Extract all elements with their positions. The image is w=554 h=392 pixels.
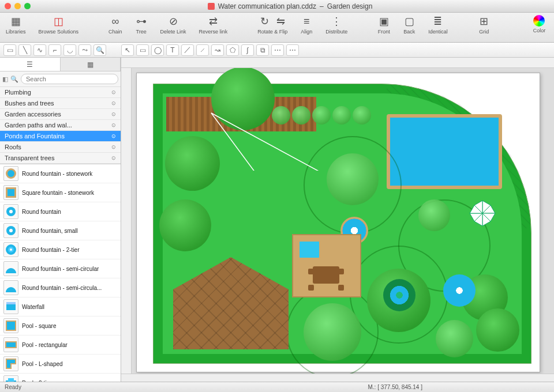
toolbar-tree[interactable]: ⊶Tree — [135, 15, 148, 35]
small-pool[interactable] — [298, 240, 321, 259]
tool-ellipse[interactable]: ◯ — [151, 44, 164, 56]
content-area: ☰ ▦ ◧ 🔍 Plumbing⊙Bushes and trees⊙Garden… — [0, 58, 554, 382]
library-item[interactable]: Square fountain - stonework — [0, 183, 121, 202]
sidebar-search: ◧ 🔍 — [0, 71, 121, 87]
grid-icon: ▦ — [9, 15, 22, 28]
tool-select[interactable]: ↖ — [121, 44, 134, 56]
canvas-scroll-h[interactable] — [121, 374, 554, 382]
item-label: Round fountain - stonework — [22, 171, 92, 177]
library-item[interactable]: Round fountain - stonework — [0, 164, 121, 183]
tree-2[interactable] — [165, 136, 220, 191]
toolbar-align[interactable]: ≡Align — [300, 15, 313, 35]
library-item[interactable]: Round fountain - 2-tier — [0, 240, 121, 259]
library-item[interactable]: Pool - square — [0, 316, 121, 336]
library-sidebar: ☰ ▦ ◧ 🔍 Plumbing⊙Bushes and trees⊙Garden… — [0, 58, 121, 382]
item-list: Round fountain - stoneworkSquare fountai… — [0, 164, 121, 382]
close-window[interactable] — [5, 3, 11, 9]
chair-3[interactable] — [308, 285, 314, 291]
tool-more2[interactable]: ⋯ — [286, 44, 299, 56]
collapse-icon[interactable]: ◧ — [2, 76, 8, 83]
tool-text[interactable]: T — [166, 44, 179, 56]
tool-spline[interactable]: ↝ — [211, 44, 224, 56]
tool-zoom[interactable]: 🔍 — [93, 44, 106, 56]
tree-3[interactable] — [159, 199, 211, 251]
umbrella[interactable] — [469, 199, 496, 227]
toolbar-identical[interactable]: ≣Identical — [428, 15, 448, 35]
swimming-pool[interactable] — [387, 114, 502, 189]
bush-5[interactable] — [353, 106, 371, 125]
sidebar-tab-2[interactable]: ▦ — [61, 58, 121, 71]
toolbar-color[interactable]: Color — [533, 15, 546, 33]
search-input[interactable] — [21, 74, 118, 84]
category-plumbing[interactable]: Plumbing⊙ — [0, 87, 121, 98]
toolbar-front[interactable]: ▣Front — [377, 15, 390, 35]
toolbar-rotate-flip[interactable]: ↻⇋Rotate & Flip — [257, 15, 287, 35]
bush-3[interactable] — [312, 106, 331, 125]
item-label: Pool - L-shaped — [22, 361, 63, 367]
library-item[interactable]: Round fountain - semi-circular — [0, 259, 121, 278]
tool-arc2[interactable]: ⟋ — [196, 44, 209, 56]
minimize-window[interactable] — [14, 3, 21, 9]
toolbar-distribute[interactable]: ⋮Distribute — [325, 15, 347, 35]
item-label: Round fountain — [22, 209, 61, 215]
tool-callout[interactable]: ⧉ — [256, 44, 269, 56]
tool-connector[interactable]: ⤳ — [78, 44, 91, 56]
rotate-icon: ↻ — [258, 15, 271, 28]
toolbar-grid[interactable]: ⊞Grid — [478, 15, 491, 35]
tool-angle[interactable]: ⌐ — [48, 44, 61, 56]
tool-line[interactable]: ╲ — [18, 44, 31, 56]
toolbar-chain[interactable]: ∞Chain — [108, 15, 122, 35]
toolbar-browse-solutions[interactable]: ◫Browse Solutions — [39, 15, 79, 35]
toolbar-label: Back — [403, 29, 415, 35]
tree-7[interactable] — [418, 199, 450, 231]
drawing-page[interactable] — [136, 73, 540, 372]
tree-6[interactable] — [304, 303, 361, 361]
pond-round[interactable] — [443, 274, 476, 307]
category-bushes-and-trees[interactable]: Bushes and trees⊙ — [0, 98, 121, 109]
item-thumb-pool-sq — [3, 318, 18, 333]
toolbar-reverse-link[interactable]: ⇄Reverse link — [199, 15, 228, 35]
category-garden-accessories[interactable]: Garden accessories⊙ — [0, 109, 121, 120]
category-garden-paths-and-wal-[interactable]: Garden paths and wal...⊙ — [0, 120, 121, 131]
library-item[interactable]: Pool - 2-tier — [0, 374, 121, 382]
category-ponds-and-fountains[interactable]: Ponds and Fountains⊙ — [0, 131, 121, 142]
bush-4[interactable] — [332, 106, 351, 125]
tool-line2[interactable]: ／ — [181, 44, 194, 56]
tool-bezier[interactable]: ∫ — [241, 44, 254, 56]
library-item[interactable]: Waterfall — [0, 297, 121, 316]
patio-table[interactable] — [313, 266, 339, 284]
tool-more1[interactable]: ⋯ — [271, 44, 284, 56]
tool-pointer[interactable]: ▭ — [3, 44, 16, 56]
category-transparent-trees[interactable]: Transparent trees⊙ — [0, 153, 121, 164]
sidebar-tab-lib[interactable]: ☰ — [0, 58, 61, 71]
toolbar-back[interactable]: ▢Back — [403, 15, 415, 35]
toolbar-libraries[interactable]: ▦Libraries — [6, 15, 26, 35]
library-item[interactable]: Round fountain - semi-circula... — [0, 278, 121, 297]
fountain-green[interactable] — [383, 279, 415, 311]
library-item[interactable]: Round fountain, small — [0, 221, 121, 240]
chair-1[interactable] — [308, 269, 314, 274]
zoom-window[interactable] — [24, 3, 31, 9]
bush-2[interactable] — [292, 106, 310, 125]
tool-rect[interactable]: ▭ — [136, 44, 149, 56]
toolbar-label: Identical — [428, 29, 448, 35]
tree-4[interactable] — [327, 153, 379, 205]
tool-arc[interactable]: ◡ — [63, 44, 76, 56]
tree-9[interactable] — [476, 308, 519, 352]
garden-boundary[interactable] — [153, 84, 531, 364]
library-item[interactable]: Round fountain — [0, 202, 121, 221]
toolbar-delete-link[interactable]: ⊘Delete Link — [160, 15, 186, 35]
canvas[interactable] — [132, 68, 554, 374]
category-roofs[interactable]: Roofs⊙ — [0, 142, 121, 153]
library-item[interactable]: Pool - rectangular — [0, 336, 121, 355]
bush-1[interactable] — [272, 106, 290, 125]
chair-2[interactable] — [338, 269, 344, 274]
toolbar-label: Grid — [479, 29, 489, 35]
chair-4[interactable] — [338, 285, 344, 291]
tool-curve[interactable]: ∿ — [33, 44, 46, 56]
tool-tray: ▭ ╲ ∿ ⌐ ◡ ⤳ 🔍 ↖ ▭ ◯ T ／ ⟋ ↝ ⬠ ∫ ⧉ ⋯ ⋯ — [0, 43, 554, 58]
tree-10[interactable] — [436, 320, 473, 357]
tree-1[interactable] — [211, 68, 275, 130]
tool-poly[interactable]: ⬠ — [226, 44, 239, 56]
library-item[interactable]: Pool - L-shaped — [0, 355, 121, 374]
